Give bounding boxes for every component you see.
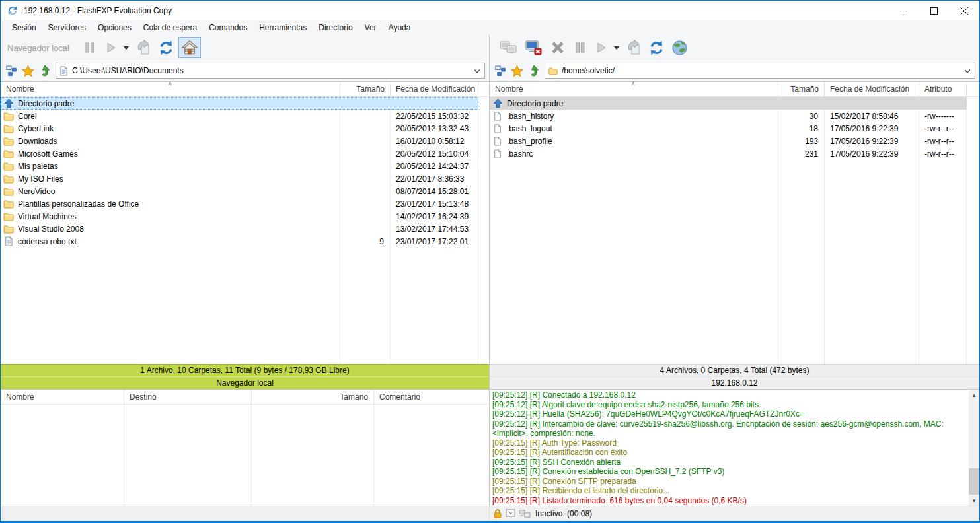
remote-path-combobox[interactable]: /home/solvetic/ <box>545 63 975 79</box>
file-row[interactable]: Virtual Machines 14/02/2017 16:24:39 <box>1 210 478 223</box>
remote-transfer-button[interactable] <box>622 37 644 58</box>
sort-ascending-indicator: ∧ <box>631 80 636 87</box>
favorites-star-icon[interactable] <box>22 65 34 77</box>
remote-globe-button[interactable] <box>669 37 691 58</box>
minimize-button[interactable] <box>888 1 919 20</box>
menu-item[interactable]: Sesión <box>6 20 42 35</box>
file-row[interactable]: Directorio padre <box>490 97 967 110</box>
folder-icon <box>3 174 14 184</box>
local-start-dropdown[interactable] <box>122 37 130 58</box>
remote-start-dropdown[interactable] <box>613 37 621 58</box>
file-row[interactable]: Plantillas personalizadas de Office 23/0… <box>1 197 478 210</box>
local-home-button[interactable] <box>178 37 201 58</box>
remote-refresh-button[interactable] <box>646 37 667 58</box>
remote-parent-directory-icon[interactable] <box>528 65 540 77</box>
file-name: My ISO Files <box>18 174 63 184</box>
menu-item[interactable]: Herramientas <box>253 20 313 35</box>
file-date: 22/01/2017 8:36:33 <box>391 174 478 184</box>
local-toolbar: Navegador local <box>1 35 489 60</box>
site-manager-icon[interactable] <box>6 65 17 77</box>
remote-favorites-star-icon[interactable] <box>511 65 523 77</box>
folder-icon <box>3 225 14 234</box>
close-button[interactable] <box>949 1 979 20</box>
log-line: [09:25:15] [R] Auth Type: Password <box>492 438 967 448</box>
remote-connect-button[interactable] <box>496 37 520 58</box>
remote-pause-button[interactable] <box>570 37 590 58</box>
local-refresh-button[interactable] <box>155 37 177 58</box>
local-path-dropdown-chevron[interactable] <box>474 66 482 75</box>
scroll-down-arrow[interactable]: ▼ <box>969 495 979 506</box>
local-path-text: C:\Users\USUARIO\Documents <box>72 66 470 75</box>
column-header-tamano[interactable]: Tamaño <box>778 82 825 96</box>
remote-start-button[interactable] <box>591 37 611 58</box>
folder-icon <box>3 162 14 171</box>
file-row[interactable]: Downloads 16/01/2010 0:58:12 <box>1 135 478 147</box>
queue-column-destino[interactable]: Destino <box>124 390 252 404</box>
file-attributes: -rw-r--r-- <box>919 137 967 146</box>
statusbar: Inactivo. (00:08) <box>1 506 979 521</box>
file-row[interactable]: NeroVideo 08/07/2014 15:28:01 <box>1 185 478 197</box>
column-header-fecha[interactable]: Fecha de Modificación <box>391 82 478 96</box>
menu-item[interactable]: Ver <box>359 20 383 35</box>
log-scrollbar[interactable]: ▲ ▼ <box>969 390 979 506</box>
flashfxp-app-icon <box>7 5 19 17</box>
file-name: Downloads <box>18 137 57 146</box>
file-row[interactable]: .bash_logout 18 17/05/2016 9:22:39 -rw-r… <box>490 122 967 135</box>
remote-abort-button[interactable] <box>547 37 569 58</box>
scrollbar-thumb[interactable] <box>969 468 979 495</box>
file-row[interactable]: .bash_history 30 15/02/2017 8:58:46 -rw-… <box>490 110 967 122</box>
menu-item[interactable]: Cola de espera <box>137 20 203 35</box>
parent-directory-icon[interactable] <box>39 65 51 77</box>
scroll-up-arrow[interactable]: ▲ <box>969 390 979 400</box>
menu-item[interactable]: Servidores <box>42 20 92 35</box>
file-row[interactable]: .bash_profile 193 17/05/2016 9:22:39 -rw… <box>490 135 967 147</box>
local-pause-button[interactable] <box>80 37 100 58</box>
document-icon <box>494 149 502 158</box>
file-row[interactable]: .bashrc 231 17/05/2016 9:22:39 -rw-r--r-… <box>490 147 967 160</box>
file-row[interactable]: codensa robo.txt 9 23/01/2017 17:22:01 <box>1 235 478 248</box>
local-start-button[interactable] <box>101 37 121 58</box>
log-line: [09:25:12] [R] Conectado a 192.168.0.12 <box>492 390 967 400</box>
file-date: 15/02/2017 8:58:46 <box>825 112 919 121</box>
up-directory-icon <box>493 98 503 108</box>
menu-item[interactable]: Opciones <box>92 20 137 35</box>
file-row[interactable]: Corel 22/05/2015 15:03:32 <box>1 110 478 122</box>
file-attributes: -rw------- <box>919 112 967 121</box>
file-row[interactable]: Visual Studio 2008 13/02/2017 17:44:53 <box>1 223 478 235</box>
remote-disconnect-button[interactable] <box>521 37 545 58</box>
session-log: [09:25:12] [R] Conectado a 192.168.0.12 … <box>490 390 969 506</box>
menu-item[interactable]: Directorio <box>313 20 358 35</box>
file-row[interactable]: Directorio padre <box>1 97 478 110</box>
file-name: Plantillas personalizadas de Office <box>18 199 139 209</box>
local-path-combobox[interactable]: C:\Users\USUARIO\Documents <box>56 63 485 79</box>
remote-toolbar <box>490 35 979 60</box>
flashfxp-window: 192.168.0.12 - FlashFXP Evaluation Copy … <box>0 0 980 523</box>
log-line: [09:25:15] [R] SSH Conexión abierta <box>492 458 967 468</box>
statusbar-left-section <box>1 506 490 521</box>
queue-column-nombre[interactable]: Nombre <box>1 390 124 404</box>
queue-column-tamano[interactable]: Tamaño <box>252 390 374 404</box>
file-attributes: -rw-r--r-- <box>919 124 967 133</box>
column-header-atributo[interactable]: Atributo <box>919 82 967 96</box>
folder-icon <box>3 187 14 196</box>
file-row[interactable]: My ISO Files 22/01/2017 8:36:33 <box>1 172 478 185</box>
column-header-fecha[interactable]: Fecha de Modificación <box>825 82 919 96</box>
remote-status-host: 192.168.0.12 <box>490 377 979 390</box>
remote-browser-mode-icon <box>506 509 516 518</box>
menu-item[interactable]: Ayuda <box>383 20 417 35</box>
queue-column-comentario[interactable]: Comentario <box>374 390 490 404</box>
menu-item[interactable]: Comandos <box>203 20 253 35</box>
remote-path-dropdown-chevron[interactable] <box>964 66 972 75</box>
file-row[interactable]: CyberLink 20/05/2012 13:32:43 <box>1 122 478 135</box>
maximize-button[interactable] <box>919 1 949 20</box>
file-size: 30 <box>778 112 825 121</box>
file-date: 22/05/2015 15:03:32 <box>391 112 478 121</box>
file-row[interactable]: Mis paletas 20/05/2012 14:24:37 <box>1 160 478 172</box>
file-row[interactable]: Microsoft Games 20/05/2012 15:10:04 <box>1 147 478 160</box>
remote-site-manager-icon[interactable] <box>495 65 506 77</box>
document-icon <box>494 112 502 121</box>
column-header-tamano[interactable]: Tamaño <box>340 82 391 96</box>
local-transfer-button[interactable] <box>132 37 154 58</box>
folder-icon <box>3 149 14 158</box>
connection-icon <box>519 509 531 518</box>
